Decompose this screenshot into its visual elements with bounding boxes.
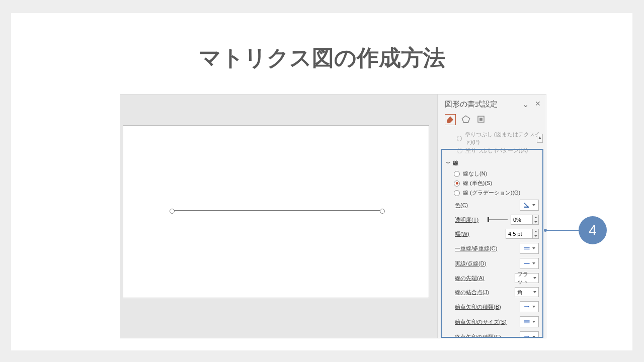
dash-label: 実線/点線(D) xyxy=(455,260,486,267)
begin-arrow-size-dropdown[interactable] xyxy=(520,316,539,327)
join-label: 線の結合点(J) xyxy=(455,289,489,296)
svg-marker-0 xyxy=(462,116,470,123)
transparency-slider[interactable] xyxy=(489,219,508,220)
compound-label: 一重線/多重線(C) xyxy=(455,245,497,252)
begin-arrow-size-label: 始点矢印のサイズ(S) xyxy=(455,318,507,326)
width-input[interactable] xyxy=(506,229,533,239)
width-spinner[interactable] xyxy=(533,229,539,239)
line-handle-end[interactable] xyxy=(380,209,385,214)
transparency-spinner[interactable] xyxy=(533,215,539,225)
fill-option-pattern-label: 塗りつぶし (パターン)(A) xyxy=(465,147,528,154)
line-handle-start[interactable] xyxy=(170,209,175,214)
join-type-value: 角 xyxy=(517,289,523,296)
end-arrow-type-dropdown[interactable] xyxy=(520,331,539,338)
svg-marker-8 xyxy=(528,306,529,308)
fill-option-pattern[interactable]: 塗りつぶし (パターン)(A) xyxy=(457,147,543,154)
end-arrow-type-label: 終点矢印の種類(E) xyxy=(455,333,501,338)
transparency-input[interactable] xyxy=(511,215,533,225)
drawn-line-shape[interactable] xyxy=(172,210,382,211)
transparency-label: 透明度(T) xyxy=(455,216,478,224)
chevron-down-icon: ﹀ xyxy=(446,160,451,167)
tab-fill-line-icon[interactable] xyxy=(445,114,456,125)
dash-type-dropdown[interactable] xyxy=(520,258,539,269)
width-label: 幅(W) xyxy=(455,230,469,238)
begin-arrow-type-dropdown[interactable] xyxy=(520,301,539,312)
color-picker[interactable] xyxy=(520,200,539,211)
line-option-gradient-label: 線 (グラデーション)(G) xyxy=(463,189,520,197)
line-group-label: 線 xyxy=(453,159,458,167)
slide-canvas[interactable] xyxy=(123,125,429,298)
line-option-solid-label: 線 (単色)(S) xyxy=(463,179,492,187)
color-label: 色(C) xyxy=(455,202,468,209)
svg-rect-3 xyxy=(524,207,529,208)
fill-option-picture-label: 塗りつぶし (図またはテクスチャ)(P) xyxy=(465,131,543,146)
callout-connector xyxy=(545,230,582,231)
line-option-solid[interactable]: 線 (単色)(S) xyxy=(441,178,543,188)
format-shape-pane: 図形の書式設定 ⌄ ✕ ▲ xyxy=(437,95,546,338)
powerpoint-editor: 図形の書式設定 ⌄ ✕ ▲ xyxy=(120,94,546,338)
tab-size-icon[interactable] xyxy=(476,114,486,124)
svg-rect-2 xyxy=(479,118,482,121)
fill-option-picture[interactable]: 塗りつぶし (図またはテクスチャ)(P) xyxy=(457,131,543,146)
compound-type-dropdown[interactable] xyxy=(520,243,539,254)
line-group-header[interactable]: ﹀ 線 xyxy=(441,157,543,169)
line-option-none-label: 線なし(N) xyxy=(463,170,487,177)
line-option-none[interactable]: 線なし(N) xyxy=(441,169,543,178)
callout-badge-4: 4 xyxy=(579,216,607,244)
svg-marker-13 xyxy=(528,336,529,338)
tab-effects-icon[interactable] xyxy=(461,114,471,124)
page-title: マトリクス図の作成方法 xyxy=(11,43,632,73)
pane-close-icon[interactable]: ✕ xyxy=(535,100,541,109)
join-type-select[interactable]: 角 xyxy=(515,287,539,297)
pane-title: 図形の書式設定 xyxy=(445,100,498,109)
pane-scroll-up[interactable]: ▲ xyxy=(537,134,543,143)
pane-collapse-icon[interactable]: ⌄ xyxy=(522,100,529,109)
line-option-gradient[interactable]: 線 (グラデーション)(G) xyxy=(441,188,543,198)
cap-label: 線の先端(A) xyxy=(455,275,485,282)
begin-arrow-type-label: 始点矢印の種類(B) xyxy=(455,303,501,311)
cap-type-value: フラット xyxy=(517,270,533,286)
cap-type-select[interactable]: フラット xyxy=(515,273,539,283)
